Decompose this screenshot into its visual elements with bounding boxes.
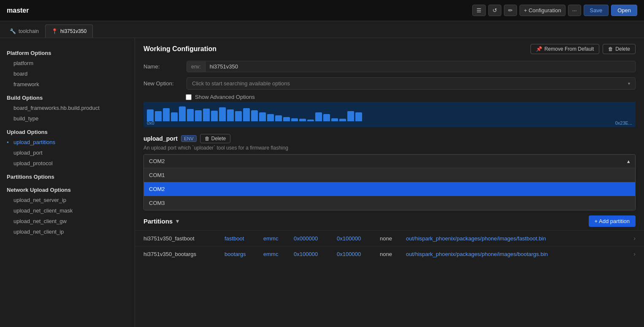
sidebar-upload-port-label: upload_port [14, 150, 43, 156]
dropdown-option-com1-label: COM1 [149, 172, 165, 178]
tab-toolchain[interactable]: 🔧 toolchain [3, 25, 45, 38]
sidebar-item-build-type[interactable]: build_type [0, 113, 135, 124]
sidebar-item-platform[interactable]: platform [0, 58, 135, 68]
name-label: Name: [143, 63, 181, 70]
partitions-title: Partitions ▾ [143, 218, 179, 225]
add-config-btn[interactable]: + Configuration [520, 5, 566, 16]
name-input-wrap: env: [187, 61, 636, 72]
sidebar-build-type-label: build_type [14, 115, 38, 122]
partition-bootargs-offset: 0x100000 [294, 251, 332, 257]
sidebar-item-board[interactable]: board [0, 68, 135, 79]
edit-icon-btn[interactable]: ✏ [504, 5, 517, 16]
refresh-icon-btn[interactable]: ↺ [488, 5, 501, 16]
partition-bootargs-type: bootargs [225, 251, 258, 257]
dropdown-option-com1[interactable]: COM1 [144, 168, 635, 182]
partition-chart: 0x0 0x23E... [143, 102, 636, 127]
sidebar-item-upload-net-client-ip[interactable]: upload_net_client_ip [0, 226, 135, 237]
sidebar-item-board-frameworks[interactable]: board_frameworks.hb.build.product [0, 103, 135, 113]
sidebar-item-upload-net-server-ip[interactable]: upload_net_server_ip [0, 195, 135, 205]
trash-icon: 🗑 [608, 46, 613, 52]
dropdown-option-com3[interactable]: COM3 [144, 196, 635, 210]
partition-row-bootargs[interactable]: hi3751v350_bootargs bootargs emmc 0x1000… [135, 246, 644, 262]
content-area: Working Configuration 📌 Remove From Defa… [135, 38, 644, 327]
new-option-select[interactable]: Click to start searching available optio… [187, 77, 636, 90]
dropdown-option-com3-label: COM3 [149, 200, 165, 206]
dropdown-options: COM1 COM2 COM3 [144, 168, 635, 210]
sidebar-section-platform: Platform Options [0, 46, 135, 58]
partition-bootargs-name: hi3751v350_bootargs [143, 251, 219, 257]
add-partition-btn[interactable]: + Add partition [589, 215, 636, 227]
sidebar-upload-protocol-label: upload_protocol [14, 160, 53, 166]
partition-bootargs-path: out/hispark_phoenix/packages/phone/image… [406, 251, 628, 257]
sidebar-item-upload-protocol[interactable]: upload_protocol [0, 158, 135, 169]
working-config-header: Working Configuration 📌 Remove From Defa… [135, 38, 644, 58]
sidebar-net-client-ip-label: upload_net_client_ip [14, 229, 64, 235]
dropdown-selected-value: COM2 [149, 158, 165, 164]
new-option-label: New Option: [143, 80, 181, 87]
remove-from-default-btn[interactable]: 📌 Remove From Default [530, 44, 599, 54]
pin-icon: 📌 [536, 46, 542, 52]
show-advanced-label: Show Advanced Options [195, 94, 255, 100]
partition-fastboot-size: 0x100000 [337, 235, 375, 242]
partition-row-fastboot[interactable]: hi3751v350_fastboot fastboot emmc 0x0000… [135, 230, 644, 246]
sidebar: Platform Options platform board framewor… [0, 38, 135, 327]
delete-config-label: Delete [615, 46, 630, 52]
sidebar-section-partitions: Partitions Options [0, 170, 135, 182]
sidebar-board-frameworks-label: board_frameworks.hb.build.product [14, 105, 100, 111]
tab-toolchain-label: toolchain [19, 28, 39, 34]
sidebar-section-network: Network Upload Options [0, 183, 135, 195]
option-description: An upload port which `uploader` tool use… [143, 145, 636, 151]
dropdown-option-com2[interactable]: COM2 [144, 182, 635, 196]
more-btn[interactable]: ··· [568, 5, 581, 16]
save-btn[interactable]: Save [584, 5, 609, 16]
toolchain-icon: 🔧 [10, 28, 16, 34]
name-input[interactable] [206, 61, 635, 72]
working-config-title: Working Configuration [143, 45, 216, 53]
new-option-row: New Option: Click to start searching ava… [135, 75, 644, 92]
sidebar-section-upload: Upload Options [0, 125, 135, 137]
chevron-right-icon-bootargs: › [633, 251, 636, 257]
app-title: master [7, 7, 29, 14]
sidebar-net-server-ip-label: upload_net_server_ip [14, 197, 66, 203]
chevron-down-icon: ▾ [176, 218, 179, 224]
delete-config-btn[interactable]: 🗑 Delete [603, 44, 636, 54]
working-config-actions: 📌 Remove From Default 🗑 Delete [530, 44, 636, 54]
partition-bootargs-size: 0x100000 [337, 251, 375, 257]
chart-end-label: 0x23E... [615, 120, 632, 125]
option-delete-btn[interactable]: 🗑 Delete [200, 134, 231, 143]
option-name: upload_port [143, 135, 178, 142]
partitions-title-text: Partitions [143, 218, 173, 225]
partition-fastboot-type: fastboot [225, 235, 258, 242]
sidebar-item-upload-partitions[interactable]: upload_partitions [0, 137, 135, 147]
option-delete-label: Delete [211, 136, 226, 142]
sidebar-item-upload-port[interactable]: upload_port [0, 147, 135, 158]
topbar-actions: ☰ ↺ ✏ + Configuration ··· Save Open [472, 5, 637, 16]
dropdown-select: COM2 ▴ COM1 COM2 COM3 [143, 154, 636, 210]
show-advanced-row: Show Advanced Options [177, 92, 644, 102]
sidebar-item-upload-net-client-mask[interactable]: upload_net_client_mask [0, 205, 135, 216]
option-title-row: upload_port ENV 🗑 Delete [143, 134, 636, 143]
show-advanced-checkbox[interactable] [186, 94, 192, 100]
chart-start-label: 0x0 [147, 120, 154, 125]
partition-fastboot-path: out/hispark_phoenix/packages/phone/image… [406, 235, 628, 242]
partition-fastboot-fs: emmc [263, 235, 289, 242]
chevron-right-icon-fastboot: › [633, 235, 636, 242]
partition-fastboot-flags: none [380, 235, 401, 242]
sidebar-net-client-gw-label: upload_net_client_gw [14, 218, 67, 224]
sidebar-item-upload-net-client-gw[interactable]: upload_net_client_gw [0, 216, 135, 226]
partition-chart-wrap: 0x0 0x23E... [135, 102, 644, 131]
dropdown-selected[interactable]: COM2 ▴ [144, 155, 635, 168]
tab-hi3751v350[interactable]: 📍 hi3751v350 [45, 25, 93, 38]
delete-icon: 🗑 [205, 136, 210, 142]
list-icon-btn[interactable]: ☰ [472, 5, 486, 16]
option-section: upload_port ENV 🗑 Delete An upload port … [135, 131, 644, 210]
env-prefix: env: [187, 62, 206, 72]
remove-from-default-label: Remove From Default [544, 46, 594, 52]
dropdown-option-com2-label: COM2 [149, 186, 165, 192]
open-btn[interactable]: Open [611, 5, 637, 16]
new-option-placeholder: Click to start searching available optio… [192, 80, 628, 87]
sidebar-item-framework[interactable]: framework [0, 79, 135, 90]
tab-hi3751v350-label: hi3751v350 [60, 28, 87, 34]
tabs-bar: 🔧 toolchain 📍 hi3751v350 [0, 21, 644, 38]
topbar: master ☰ ↺ ✏ + Configuration ··· Save Op… [0, 0, 644, 21]
